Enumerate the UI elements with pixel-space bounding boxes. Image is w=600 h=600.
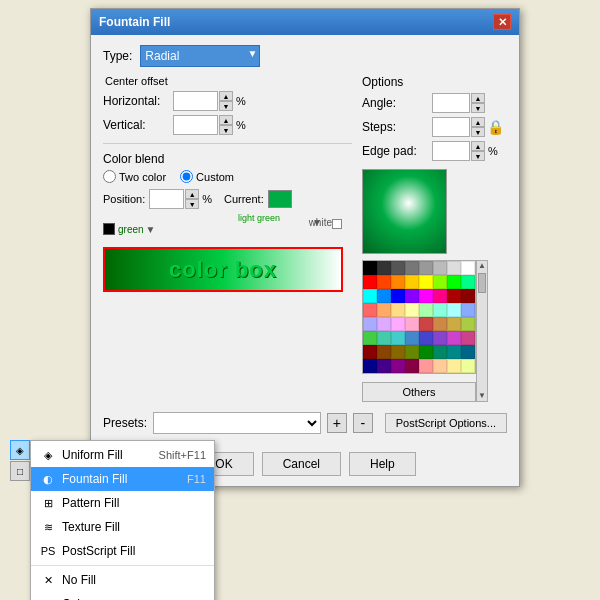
white-stop-marker[interactable]: [332, 219, 342, 229]
palette-cell[interactable]: [363, 331, 377, 345]
palette-cell[interactable]: [433, 345, 447, 359]
palette-cell[interactable]: [461, 275, 475, 289]
palette-cell[interactable]: [419, 331, 433, 345]
custom-radio[interactable]: [180, 170, 193, 183]
close-button[interactable]: ✕: [493, 14, 511, 30]
position-down[interactable]: ▼: [185, 199, 199, 209]
two-color-radio[interactable]: [103, 170, 116, 183]
palette-cell[interactable]: [433, 317, 447, 331]
steps-field[interactable]: 256: [432, 117, 470, 137]
palette-cell[interactable]: [447, 261, 461, 275]
steps-down[interactable]: ▼: [471, 127, 485, 137]
type-select[interactable]: Radial Linear Conical Square: [140, 45, 260, 67]
palette-cell[interactable]: [447, 289, 461, 303]
palette-cell[interactable]: [377, 345, 391, 359]
palette-cell[interactable]: [405, 275, 419, 289]
palette-cell[interactable]: [433, 275, 447, 289]
current-color-swatch[interactable]: [268, 190, 292, 208]
menu-item-pattern-fill[interactable]: ⊞Pattern Fill: [31, 491, 214, 515]
palette-cell[interactable]: [461, 289, 475, 303]
palette-cell[interactable]: [363, 317, 377, 331]
horizontal-down[interactable]: ▼: [219, 101, 233, 111]
edgepad-down[interactable]: ▼: [471, 151, 485, 161]
palette-cell[interactable]: [419, 345, 433, 359]
edgepad-up[interactable]: ▲: [471, 141, 485, 151]
palette-cell[interactable]: [363, 359, 377, 373]
palette-cell[interactable]: [447, 303, 461, 317]
angle-field[interactable]: 0,0: [432, 93, 470, 113]
palette-cell[interactable]: [447, 359, 461, 373]
palette-cell[interactable]: [377, 331, 391, 345]
position-up[interactable]: ▲: [185, 189, 199, 199]
palette-cell[interactable]: [461, 345, 475, 359]
preset-delete-button[interactable]: -: [353, 413, 373, 433]
palette-cell[interactable]: [419, 317, 433, 331]
palette-cell[interactable]: [363, 303, 377, 317]
palette-cell[interactable]: [391, 345, 405, 359]
palette-cell[interactable]: [461, 303, 475, 317]
palette-cell[interactable]: [391, 359, 405, 373]
palette-cell[interactable]: [405, 331, 419, 345]
palette-cell[interactable]: [405, 345, 419, 359]
palette-cell[interactable]: [433, 303, 447, 317]
palette-cell[interactable]: [405, 303, 419, 317]
palette-cell[interactable]: [433, 359, 447, 373]
palette-cell[interactable]: [447, 345, 461, 359]
palette-cell[interactable]: [377, 317, 391, 331]
vertical-up[interactable]: ▲: [219, 115, 233, 125]
angle-up[interactable]: ▲: [471, 93, 485, 103]
menu-item-fountain-fill[interactable]: ◐Fountain FillF11: [31, 467, 214, 491]
others-button[interactable]: Others: [362, 382, 476, 402]
palette-cell[interactable]: [433, 261, 447, 275]
palette-cell[interactable]: [377, 261, 391, 275]
palette-cell[interactable]: [363, 275, 377, 289]
palette-cell[interactable]: [377, 289, 391, 303]
menu-item-uniform-fill[interactable]: ◈Uniform FillShift+F11: [31, 443, 214, 467]
palette-cell[interactable]: [461, 261, 475, 275]
preset-add-button[interactable]: +: [327, 413, 347, 433]
toolbar-fill-btn[interactable]: ◈: [10, 440, 30, 460]
palette-cell[interactable]: [377, 359, 391, 373]
palette-cell[interactable]: [447, 317, 461, 331]
menu-item-no-fill[interactable]: ✕No Fill: [31, 568, 214, 592]
palette-cell[interactable]: [419, 289, 433, 303]
palette-cell[interactable]: [405, 317, 419, 331]
palette-cell[interactable]: [363, 345, 377, 359]
palette-cell[interactable]: [461, 331, 475, 345]
scroll-up-arrow[interactable]: ▲: [477, 261, 487, 271]
palette-cell[interactable]: [363, 261, 377, 275]
palette-cell[interactable]: [405, 261, 419, 275]
palette-cell[interactable]: [405, 289, 419, 303]
menu-item-postscript-fill[interactable]: PSPostScript Fill: [31, 539, 214, 563]
palette-cell[interactable]: [391, 275, 405, 289]
palette-scrollbar[interactable]: ▲ ▼: [476, 260, 488, 402]
palette-cell[interactable]: [461, 359, 475, 373]
palette-cell[interactable]: [419, 261, 433, 275]
palette-cell[interactable]: [433, 289, 447, 303]
palette-cell[interactable]: [391, 289, 405, 303]
palette-cell[interactable]: [405, 359, 419, 373]
position-field[interactable]: 0: [149, 189, 184, 209]
horizontal-field[interactable]: 27: [173, 91, 218, 111]
vertical-field[interactable]: 24: [173, 115, 218, 135]
scroll-thumb[interactable]: [478, 273, 486, 293]
cancel-button[interactable]: Cancel: [262, 452, 341, 476]
vertical-down[interactable]: ▼: [219, 125, 233, 135]
help-button[interactable]: Help: [349, 452, 416, 476]
palette-cell[interactable]: [363, 289, 377, 303]
menu-item-texture-fill[interactable]: ≋Texture Fill: [31, 515, 214, 539]
steps-up[interactable]: ▲: [471, 117, 485, 127]
palette-cell[interactable]: [419, 359, 433, 373]
green-stop-marker[interactable]: [103, 223, 115, 235]
scroll-down-arrow[interactable]: ▼: [477, 391, 487, 401]
palette-cell[interactable]: [377, 303, 391, 317]
color-box[interactable]: color box: [103, 247, 343, 292]
toolbar-outline-btn[interactable]: □: [10, 461, 30, 481]
edgepad-field[interactable]: 0: [432, 141, 470, 161]
angle-down[interactable]: ▼: [471, 103, 485, 113]
palette-cell[interactable]: [391, 331, 405, 345]
palette-cell[interactable]: [391, 261, 405, 275]
postscript-button[interactable]: PostScript Options...: [385, 413, 507, 433]
palette-cell[interactable]: [391, 303, 405, 317]
palette-cell[interactable]: [419, 275, 433, 289]
